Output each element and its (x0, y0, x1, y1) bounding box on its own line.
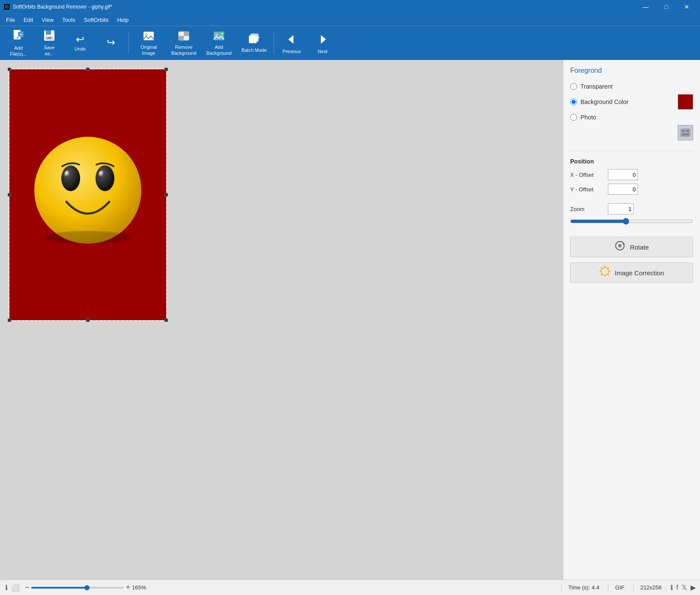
menu-edit[interactable]: Edit (19, 15, 37, 25)
svg-point-21 (34, 137, 141, 244)
rotate-button[interactable]: Rotate (570, 237, 693, 257)
info-circle-icon[interactable]: ℹ (670, 583, 673, 592)
time-info: Time (s): 4.4 (561, 584, 599, 591)
status-bar: ℹ ⬜ − + 165% Time (s): 4.4 GIF 212x256 ℹ… (0, 580, 700, 595)
menu-tools[interactable]: Tools (58, 15, 79, 25)
original-image-button[interactable]: OriginalImage (132, 28, 166, 58)
batch-mode-button[interactable]: Batch Mode (237, 28, 271, 58)
svg-rect-29 (686, 130, 689, 132)
next-label: Next (318, 49, 328, 54)
zoom-section: Zoom (570, 203, 693, 232)
redo-icon: ↪ (107, 37, 115, 48)
handle-bottom-middle[interactable] (86, 318, 90, 322)
svg-point-25 (96, 166, 114, 191)
handle-bottom-right[interactable] (165, 318, 168, 322)
undo-button[interactable]: ↩ Undo (65, 28, 95, 58)
next-button[interactable]: Next (308, 28, 338, 58)
rotate-label: Rotate (630, 244, 649, 251)
x-offset-row: X - Offset (570, 169, 693, 180)
main-content: Foregrond Transparent Background Color P… (0, 60, 700, 580)
add-file-button[interactable]: + + AddFile(s)... (3, 28, 33, 58)
bg-color-swatch[interactable] (678, 94, 693, 110)
transparent-label: Transparent (580, 83, 693, 90)
image-correction-button[interactable]: Image Correction (570, 262, 693, 283)
smiley-image (30, 131, 146, 247)
app-icon: 🖼 (3, 3, 10, 10)
batch-icon (248, 33, 260, 46)
right-panel: Foregrond Transparent Background Color P… (563, 60, 700, 580)
svg-rect-11 (179, 32, 184, 36)
dimensions-info: 212x256 (633, 584, 662, 591)
remove-bg-label: RemoveBackground (171, 45, 197, 56)
bg-color-radio[interactable] (570, 98, 577, 105)
add-file-label: AddFile(s)... (10, 45, 27, 57)
status-social-icons: ℹ f 𝕏 ▶ (670, 583, 696, 592)
svg-point-9 (145, 33, 148, 36)
zoom-input[interactable] (608, 203, 634, 214)
zoom-slider[interactable] (570, 218, 693, 225)
minimize-button[interactable]: — (636, 0, 655, 14)
original-image-label: OriginalImage (141, 45, 157, 56)
add-bg-icon: + (213, 30, 225, 43)
close-button[interactable]: ✕ (677, 0, 697, 14)
previous-button[interactable]: Previous (277, 28, 307, 58)
y-offset-input[interactable] (608, 184, 638, 195)
status-info-btn[interactable]: ℹ (4, 583, 9, 592)
toolbar-separator-2 (274, 33, 274, 54)
add-bg-label: AddBackground (206, 45, 232, 56)
maximize-button[interactable]: □ (656, 0, 676, 14)
svg-rect-7 (47, 37, 51, 39)
batch-label: Batch Mode (242, 48, 267, 53)
svg-point-24 (64, 171, 71, 179)
handle-top-left[interactable] (8, 68, 11, 71)
position-title: Position (570, 158, 693, 165)
svg-rect-5 (46, 30, 51, 35)
svg-marker-20 (321, 35, 326, 44)
radio-group: Transparent Background Color Photo (570, 83, 693, 140)
twitter-icon[interactable]: 𝕏 (682, 583, 687, 592)
save-icon (43, 30, 55, 43)
title-bar: 🖼 SoftOrbits Background Remover - giphy.… (0, 0, 700, 14)
image-background (9, 69, 166, 320)
menu-file[interactable]: File (2, 15, 19, 25)
zoom-thumb[interactable] (84, 585, 90, 590)
add-background-button[interactable]: + AddBackground (202, 28, 236, 58)
status-rect-select-btn[interactable]: ⬜ (10, 583, 21, 592)
svg-point-26 (99, 171, 105, 179)
zoom-label: Zoom (570, 206, 604, 212)
undo-label: Undo (75, 46, 86, 52)
facebook-icon[interactable]: f (676, 584, 678, 592)
zoom-plus-button[interactable]: + (126, 583, 130, 592)
handle-top-middle[interactable] (86, 68, 90, 71)
toolbar-separator-1 (129, 33, 129, 54)
redo-button[interactable]: ↪ (96, 28, 126, 58)
zoom-row: Zoom (570, 203, 693, 214)
toolbar: + + AddFile(s)... Saveas... ↩ Undo ↪ (0, 26, 700, 60)
image-container[interactable] (9, 68, 167, 321)
undo-icon: ↩ (76, 34, 84, 45)
remove-bg-icon (178, 30, 190, 43)
remove-background-button[interactable]: RemoveBackground (167, 28, 201, 58)
menu-help[interactable]: Help (113, 15, 133, 25)
photo-picker-swatch[interactable] (678, 125, 693, 140)
svg-marker-19 (288, 35, 293, 44)
zoom-minus-button[interactable]: − (25, 583, 30, 592)
image-correction-icon (599, 266, 610, 280)
save-as-button[interactable]: Saveas... (34, 28, 64, 58)
photo-radio[interactable] (570, 114, 577, 121)
foregrond-title: Foregrond (570, 67, 693, 74)
menu-softorbits[interactable]: SoftOrbits (80, 15, 113, 25)
handle-bottom-left[interactable] (8, 318, 11, 322)
youtube-icon[interactable]: ▶ (691, 583, 696, 592)
position-section: Position X - Offset Y - Offset (570, 158, 693, 198)
svg-rect-28 (682, 130, 685, 132)
transparent-radio[interactable] (570, 83, 577, 90)
handle-middle-right[interactable] (165, 193, 168, 196)
add-file-icon: + + (12, 29, 25, 44)
status-right: Time (s): 4.4 GIF 212x256 ℹ f 𝕏 ▶ (561, 583, 696, 592)
menu-view[interactable]: View (37, 15, 58, 25)
x-offset-input[interactable] (608, 169, 638, 180)
svg-text:+: + (20, 32, 22, 37)
handle-middle-left[interactable] (8, 193, 11, 196)
handle-top-right[interactable] (165, 68, 168, 71)
